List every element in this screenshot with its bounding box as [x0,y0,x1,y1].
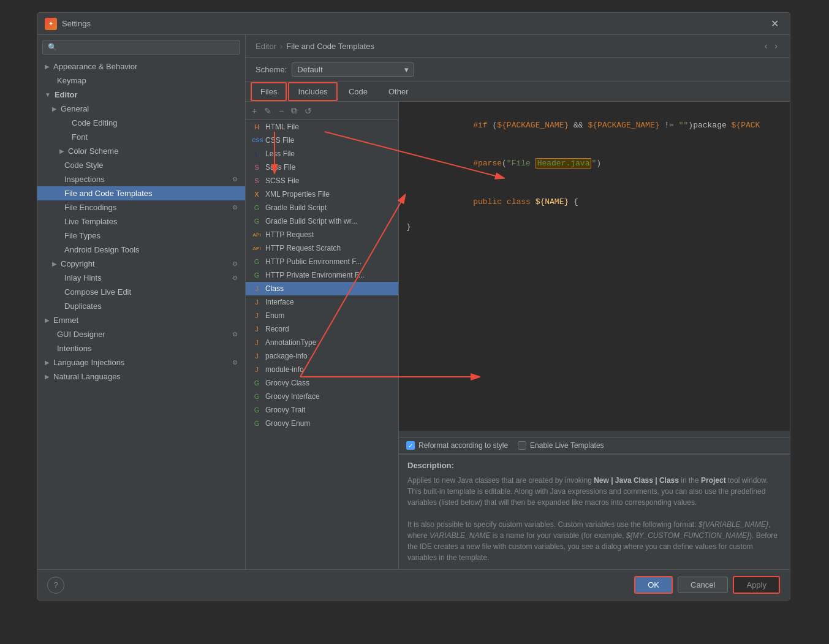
sidebar-item-inlay-hints[interactable]: Inlay Hints ⚙ [37,271,245,285]
sidebar-item-font[interactable]: Font [37,130,245,144]
sidebar-item-intentions[interactable]: Intentions [37,341,245,355]
file-item-name: Groovy Trait [265,406,305,414]
reformat-checkbox-label[interactable]: Reformat according to style [406,441,508,450]
file-item-groovy-interface[interactable]: G Groovy Interface [246,390,398,403]
file-item-groovy-enum[interactable]: G Groovy Enum [246,417,398,430]
file-item-name: Gradle Build Script with wr... [265,217,357,225]
file-item-http-scratch[interactable]: API HTTP Request Scratch [246,241,398,255]
remove-template-button[interactable]: − [276,105,286,117]
file-item-interface[interactable]: J Interface [246,295,398,309]
file-item-sass[interactable]: S Sass File [246,161,398,174]
css-icon: CSS [252,137,262,143]
file-item-groovy-class[interactable]: G Groovy Class [246,376,398,390]
scheme-value: Default [297,65,322,74]
scheme-dropdown[interactable]: Default ▾ [292,63,414,77]
live-templates-checkbox[interactable] [518,441,526,450]
reset-template-button[interactable]: ↺ [302,105,314,117]
file-item-xml[interactable]: X XML Properties File [246,188,398,201]
file-item-http[interactable]: API HTTP Request [246,228,398,241]
sidebar-item-code-style[interactable]: Code Style [37,158,245,172]
sidebar-item-file-types[interactable]: File Types [37,229,245,243]
sidebar-item-label: Code Editing [72,118,117,127]
file-item-scss[interactable]: S SCSS File [246,174,398,188]
file-item-module-info[interactable]: J module-info [246,363,398,376]
sidebar-item-color-scheme[interactable]: ▶ Color Scheme [37,144,245,158]
add-template-button[interactable]: + [249,105,259,117]
sidebar-item-natural-languages[interactable]: ▶ Natural Languages [37,369,245,384]
sidebar-item-file-and-code-templates[interactable]: File and Code Templates [37,186,245,200]
sidebar-item-copyright[interactable]: ▶ Copyright ⚙ [37,257,245,271]
sidebar-item-label: Copyright [61,259,95,268]
sidebar-item-general[interactable]: ▶ General [37,102,245,116]
file-item-name: XML Properties File [265,190,330,199]
sidebar-item-duplicates[interactable]: Duplicates [37,299,245,313]
file-item-css[interactable]: CSS CSS File [246,134,398,147]
copy-template-button[interactable]: ⧉ [289,104,300,117]
file-list-toolbar: + ✎ − ⧉ ↺ [246,102,398,120]
groovy-interface-icon: G [252,393,262,400]
file-item-name: Groovy Class [265,379,309,387]
sidebar-item-live-templates[interactable]: Live Templates [37,214,245,229]
file-item-package-info[interactable]: J package-info [246,349,398,363]
file-item-gradle-wr[interactable]: G Gradle Build Script with wr... [246,214,398,228]
file-item-html[interactable]: H HTML File [246,120,398,134]
code-scrollbar[interactable] [399,431,790,437]
code-editor[interactable]: #if (${PACKAGE_NAME} && ${PACKAGE_NAME} … [399,102,790,431]
file-item-class[interactable]: J Class [246,282,398,295]
http-scratch-icon: API [252,246,262,251]
code-panel: #if (${PACKAGE_NAME} && ${PACKAGE_NAME} … [399,102,790,569]
live-templates-label: Enable Live Templates [530,441,604,450]
file-item-gradle[interactable]: G Gradle Build Script [246,201,398,214]
sidebar-item-appearance[interactable]: ▶ Appearance & Behavior [37,59,245,74]
sidebar-item-compose-live-edit[interactable]: Compose Live Edit [37,285,245,299]
close-button[interactable]: ✕ [767,17,782,31]
sidebar-item-label: Keymap [57,76,86,85]
sidebar-item-emmet[interactable]: ▶ Emmet [37,313,245,327]
back-button[interactable]: ‹ [762,40,770,52]
sidebar-item-android-design-tools[interactable]: Android Design Tools [37,243,245,257]
module-info-icon: J [252,366,262,373]
file-item-name: AnnotationType [265,338,316,347]
groovy-class-icon: G [252,379,262,387]
sidebar-item-language-injections[interactable]: ▶ Language Injections ⚙ [37,355,245,369]
http-public-icon: G [252,258,262,265]
cancel-button[interactable]: Cancel [678,577,728,593]
file-item-enum[interactable]: J Enum [246,309,398,322]
reformat-checkbox[interactable] [406,441,415,450]
sidebar-item-label: Duplicates [64,301,102,311]
expand-arrow: ▼ [45,91,51,98]
app-icon: ✦ [45,18,57,30]
file-item-name: Record [265,325,289,333]
file-item-groovy-trait[interactable]: G Groovy Trait [246,403,398,417]
sidebar-item-file-encodings[interactable]: File Encodings ⚙ [37,200,245,214]
live-templates-checkbox-label[interactable]: Enable Live Templates [518,441,604,450]
file-item-record[interactable]: J Record [246,322,398,336]
tab-code[interactable]: Code [339,82,377,101]
tab-files[interactable]: Files [251,82,287,101]
sidebar-item-label: Inlay Hints [64,273,102,282]
ok-button[interactable]: OK [634,576,673,594]
expand-arrow: ▶ [45,317,50,324]
window-title: Settings [62,19,767,28]
file-item-http-private[interactable]: G HTTP Private Environment F... [246,268,398,282]
sidebar-item-inspections[interactable]: Inspections ⚙ [37,172,245,186]
file-item-http-public[interactable]: G HTTP Public Environment F... [246,255,398,268]
settings-icon: ⚙ [232,275,238,281]
tab-other-label: Other [388,87,409,96]
forward-button[interactable]: › [772,40,780,52]
edit-template-button[interactable]: ✎ [262,105,274,117]
file-item-annotation[interactable]: J AnnotationType [246,336,398,349]
sidebar-item-editor[interactable]: ▼ Editor [37,88,245,102]
sidebar-item-label: Emmet [53,316,78,325]
help-button[interactable]: ? [47,577,64,594]
sidebar-item-label: GUI Designer [57,330,105,339]
tab-other[interactable]: Other [379,82,418,101]
sidebar-item-gui-designer[interactable]: GUI Designer ⚙ [37,327,245,341]
sidebar-item-keymap[interactable]: Keymap [37,74,245,88]
tab-includes[interactable]: Includes [288,82,337,101]
sidebar-item-code-editing[interactable]: Code Editing [37,116,245,130]
search-input[interactable] [42,40,240,55]
file-item-less[interactable]: L Less File [246,147,398,161]
class-icon: J [252,285,262,292]
apply-button[interactable]: Apply [733,576,780,594]
